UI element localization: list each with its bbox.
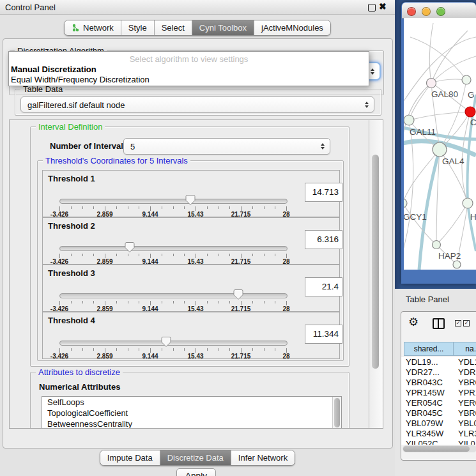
close-traffic-light[interactable] [407,7,416,16]
network-node-label: C [470,118,476,127]
settings-gear-icon[interactable]: ⚙ [408,315,418,329]
float-window-icon[interactable] [368,4,376,12]
combo-spinner-icon [371,68,374,75]
slider-thumb[interactable] [233,289,243,300]
cell-shared-name: YBR043C [401,378,456,387]
interval-definition-title: Interval Definition [36,122,105,132]
slider-tick-label: 2.859 [96,353,112,360]
network-node-gal4[interactable] [433,142,447,157]
network-node-bottom-node[interactable] [453,261,461,268]
tab-label: Cyni Toolbox [199,23,247,33]
threshold-value-box[interactable]: 11.344 [305,325,342,344]
table-row[interactable]: YDR27...YDR2 [401,367,476,378]
threshold-slider[interactable]: -3.4262.8599.14415.4321.71528 [59,288,286,311]
algorithm-option[interactable]: Equal Width/Frequency Discretization [11,75,150,84]
cell-shared-name: YIL052C [401,439,456,445]
algorithm-option[interactable]: Manual Discretization [11,65,96,74]
attribute-item[interactable]: SelfLoops [42,397,341,408]
slider-tick [173,301,174,303]
settings-scrollbar[interactable] [369,120,383,428]
slider-tick [71,206,72,209]
slider-thumb[interactable] [185,194,196,206]
network-edge[interactable] [429,23,433,83]
attributes-list-scrollbar[interactable] [332,397,341,428]
minimize-traffic-light[interactable] [422,7,431,16]
slider-thumb[interactable] [161,336,171,348]
network-node-gal-partial[interactable] [462,75,471,84]
slider-tick [162,348,162,351]
combo-spinner-icon [321,143,325,150]
attribute-item[interactable]: TopologicalCoefficient [42,408,341,418]
threshold-slider[interactable]: -3.4262.8599.14415.4321.71528 [59,241,286,264]
network-edge[interactable] [404,120,413,248]
network-node-gal80[interactable] [427,79,436,88]
table-row[interactable]: YLR345WYLR3 [401,429,476,439]
cell-name: YBR0 [456,378,476,387]
slider-track[interactable] [59,199,288,204]
network-edge[interactable] [409,112,470,120]
table-panel-region: Table Panel ⚙ ✓ ✓ shared... na... YDL19.… [395,289,476,476]
slider-tick [229,206,230,209]
network-edge[interactable] [431,79,466,83]
zoom-traffic-light[interactable] [436,7,445,16]
table-row[interactable]: YPR145WYPR1 [401,388,476,398]
tab-select[interactable]: Select [155,20,192,35]
split-columns-icon[interactable] [433,318,445,329]
number-of-intervals-combobox[interactable]: 5 [123,138,330,155]
slider-track[interactable] [59,246,288,251]
tab-style[interactable]: Style [121,20,155,35]
tab-cyni-toolbox[interactable]: Cyni Toolbox [192,20,254,35]
settings-scrollbar-thumb[interactable] [372,155,379,369]
column-header-shared-name[interactable]: shared... [404,342,454,356]
select-columns-icon-2[interactable]: ✓ [463,320,470,326]
table-row[interactable]: YBR043CYBR0 [401,378,476,388]
bottom-tab-infer-network[interactable]: Infer Network [231,450,295,465]
slider-tick [93,301,94,303]
algorithm-dropdown-popup: Select algorithm to view settings Manual… [8,51,369,86]
network-node-h-partial[interactable] [463,198,473,208]
tab-jactivemnodules[interactable]: jActiveMNodules [254,20,330,35]
network-edge[interactable] [436,203,468,245]
table-row[interactable]: YER054CYER0 [401,398,476,408]
network-node-gal11[interactable] [404,115,414,125]
table-row[interactable]: YDL19...YDL1 [401,357,476,367]
numerical-attributes-list[interactable]: SelfLoopsTopologicalCoefficientBetweenne… [42,396,342,428]
select-columns-icon[interactable]: ✓ [455,320,461,326]
slider-tick [162,206,162,209]
network-node-red-node[interactable] [465,107,475,117]
tab-label: Impute Data [107,453,153,463]
tab-label: Infer Network [238,453,288,463]
threshold-slider[interactable]: -3.4262.8599.14415.4321.71528 [59,194,286,217]
slider-track[interactable] [59,293,288,298]
network-node-label: GCY1 [404,212,427,222]
network-edge-highlighted[interactable] [468,203,476,251]
network-node-hap2[interactable] [433,241,441,249]
network-node-label: G [468,90,475,100]
bottom-tab-impute-data[interactable]: Impute Data [100,450,160,465]
slider-tick [286,254,287,258]
bottom-tab-discretize-data[interactable]: Discretize Data [160,450,231,465]
network-node-gcy1[interactable] [404,199,407,208]
slider-tick [71,301,72,303]
network-canvas[interactable]: GAL80GCGAL11GAL4GCY1HHAP2 [404,18,476,270]
table-row[interactable]: YIL052CYIL0 [401,439,476,445]
threshold-value-box[interactable]: 21.4 [305,277,342,296]
threshold-value-box[interactable]: 14.713 [305,183,342,202]
slider-track[interactable] [59,341,288,346]
slider-thumb[interactable] [125,242,135,253]
attribute-item[interactable]: BetweennessCentrality [42,418,341,428]
table-row[interactable]: YBL079WYBL0 [401,418,476,429]
apply-button[interactable]: Apply [176,468,216,476]
threshold-value-box[interactable]: 6.316 [305,230,342,249]
close-icon[interactable]: ✖ [379,1,387,12]
table-row[interactable]: YBR045CYBR0 [401,408,476,418]
column-header-name[interactable]: na... [453,342,476,356]
threshold-slider[interactable]: -3.4262.8599.14415.4321.71528 [59,335,286,358]
network-edge[interactable] [431,31,468,83]
tab-network[interactable]: Network [65,20,121,35]
slider-tick-label: 21.715 [231,353,251,360]
table-data-combobox[interactable]: galFiltered.sif default node [20,96,374,112]
network-edge-highlighted[interactable] [419,150,440,270]
table-hscrollbar[interactable] [403,445,476,452]
slider-tick [105,206,105,211]
